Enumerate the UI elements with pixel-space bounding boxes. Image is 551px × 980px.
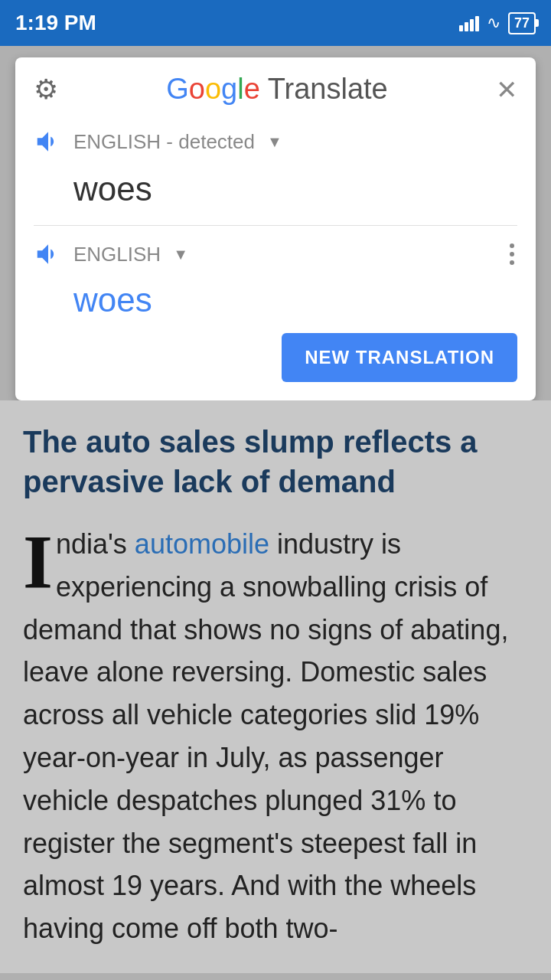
source-text: woes bbox=[34, 164, 517, 222]
article-background: The auto sales slump reflects a pervasiv… bbox=[0, 400, 551, 973]
title-letter-o2: o bbox=[205, 73, 221, 106]
title-letter-e: e bbox=[244, 73, 260, 106]
target-lang-dropdown-icon[interactable]: ▼ bbox=[173, 246, 188, 263]
target-lang-row: ENGLISH ▼ bbox=[34, 240, 517, 269]
status-icons: ∿ 77 bbox=[459, 12, 536, 34]
target-lang-label: ENGLISH bbox=[73, 243, 161, 266]
battery-icon: 77 bbox=[508, 12, 536, 34]
title-letter-o1: o bbox=[189, 73, 205, 106]
translate-card: ⚙ Google Translate ✕ ENGLISH - detected … bbox=[15, 57, 536, 400]
divider bbox=[34, 225, 517, 226]
close-icon[interactable]: ✕ bbox=[496, 74, 517, 105]
title-letter-g: G bbox=[166, 73, 189, 106]
source-lang-row: ENGLISH - detected ▼ bbox=[34, 127, 517, 156]
target-lang-left: ENGLISH ▼ bbox=[34, 240, 188, 269]
source-lang-dropdown-icon[interactable]: ▼ bbox=[267, 133, 282, 151]
title-letter-g2: g bbox=[221, 73, 237, 106]
translated-text: woes bbox=[34, 278, 517, 333]
article-body: India's automobile industry is experienc… bbox=[23, 523, 528, 950]
signal-icon bbox=[459, 15, 479, 31]
status-bar: 1:19 PM ∿ 77 bbox=[0, 0, 551, 46]
drop-cap: I bbox=[23, 529, 53, 594]
source-speaker-icon[interactable] bbox=[34, 127, 63, 156]
article-body-text: ndia's automobile industry is experienci… bbox=[23, 528, 508, 944]
wifi-icon: ∿ bbox=[487, 13, 500, 33]
more-options-icon[interactable] bbox=[507, 240, 517, 268]
target-speaker-icon[interactable] bbox=[34, 240, 63, 269]
source-lang-label: ENGLISH - detected bbox=[73, 130, 255, 154]
new-translation-button[interactable]: NEW TRANSLATION bbox=[282, 333, 517, 382]
article-headline: The auto sales slump reflects a pervasiv… bbox=[23, 422, 528, 501]
title-translate: Translate bbox=[260, 73, 388, 106]
more-dot-1 bbox=[510, 243, 514, 248]
app-title: Google Translate bbox=[166, 73, 387, 106]
title-letter-l: l bbox=[237, 73, 243, 106]
more-dot-2 bbox=[510, 252, 514, 256]
settings-icon[interactable]: ⚙ bbox=[34, 74, 58, 106]
more-dot-3 bbox=[510, 260, 514, 265]
card-header: ⚙ Google Translate ✕ bbox=[34, 73, 517, 106]
automobile-link[interactable]: automobile bbox=[135, 528, 269, 560]
status-time: 1:19 PM bbox=[15, 11, 96, 35]
